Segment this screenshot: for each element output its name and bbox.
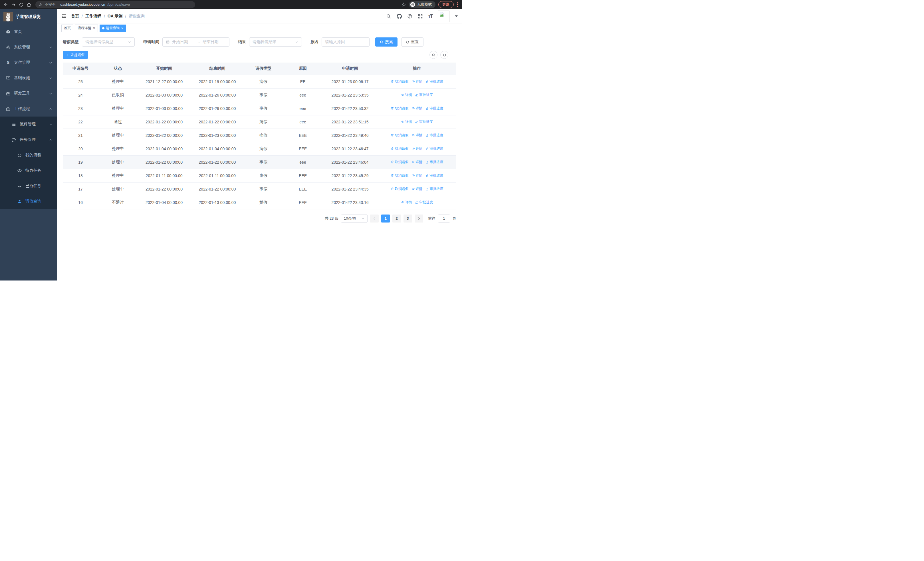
cancel-leave-link[interactable]: 取消请假 xyxy=(391,160,409,164)
detail-link[interactable]: 详情 xyxy=(401,119,412,124)
font-size-icon[interactable]: TT xyxy=(428,14,433,18)
back-icon[interactable] xyxy=(3,2,8,7)
detail-link[interactable]: 详情 xyxy=(411,133,423,138)
cell-leave-type: 病假 xyxy=(244,75,283,88)
forward-icon[interactable] xyxy=(11,2,16,7)
create-leave-button[interactable]: 发起请假 xyxy=(63,51,88,59)
sidebar-item-基础设施[interactable]: 基础设施 xyxy=(0,70,57,86)
cancel-leave-link[interactable]: 取消请假 xyxy=(391,146,409,151)
cell-leave-type: 事假 xyxy=(244,102,283,115)
page-size-select[interactable]: 10条/页 xyxy=(341,215,368,223)
chevron-down-icon xyxy=(295,40,298,44)
breadcrumb: 首页/工作流程/OA 示例/请假查询 xyxy=(71,14,145,19)
cancel-leave-link[interactable]: 取消请假 xyxy=(391,173,409,178)
approval-progress-link[interactable]: 审批进度 xyxy=(426,186,444,191)
bookmark-star-icon[interactable] xyxy=(402,2,406,7)
search-icon[interactable] xyxy=(386,14,391,19)
cell-status: 已取消 xyxy=(98,88,138,102)
sidebar-item-已办任务[interactable]: 已办任务 xyxy=(0,178,57,194)
reset-button[interactable]: 重置 xyxy=(401,38,423,47)
home-icon[interactable] xyxy=(27,2,32,7)
cell-reason: eee xyxy=(283,155,322,169)
close-icon[interactable]: × xyxy=(121,27,123,30)
sidebar-fold-icon[interactable] xyxy=(62,14,67,19)
sidebar-item-工作流程[interactable]: 工作流程 xyxy=(0,101,57,117)
approval-progress-link[interactable]: 审批进度 xyxy=(426,106,444,111)
sidebar-item-请假查询[interactable]: 请假查询 xyxy=(0,194,57,209)
goto-page-input[interactable]: 1 xyxy=(438,215,450,223)
sidebar-item-流程管理[interactable]: 流程管理 xyxy=(0,117,57,132)
apply-time-range-picker[interactable]: 开始日期 - 结束日期 xyxy=(162,38,230,47)
detail-link[interactable]: 详情 xyxy=(411,160,423,164)
action-label: 详情 xyxy=(416,186,423,191)
sidebar-item-待办任务[interactable]: 待办任务 xyxy=(0,163,57,178)
url-path[interactable]: /bpm/oa/leave xyxy=(108,3,130,7)
help-icon[interactable] xyxy=(407,14,412,19)
tab-流程详情[interactable]: 流程详情× xyxy=(75,24,98,32)
approval-progress-link[interactable]: 审批进度 xyxy=(426,79,444,84)
url-host[interactable]: dashboard.yudao.iocoder.cn xyxy=(60,3,105,7)
delete-icon xyxy=(391,187,394,191)
detail-link[interactable]: 详情 xyxy=(411,146,423,151)
action-label: 取消请假 xyxy=(395,160,409,164)
reason-input[interactable]: 请输入原因 xyxy=(322,38,369,47)
browser-menu-icon[interactable] xyxy=(457,2,459,8)
cancel-leave-link[interactable]: 取消请假 xyxy=(391,186,409,191)
detail-link[interactable]: 详情 xyxy=(411,173,423,178)
browser-update-button[interactable]: 更新 xyxy=(438,1,454,8)
detail-link[interactable]: 详情 xyxy=(411,79,423,84)
cell-apply-time: 2022-01-22 23:51:15 xyxy=(322,115,378,129)
refresh-table-button[interactable] xyxy=(440,51,448,59)
tab-首页[interactable]: 首页 xyxy=(62,24,74,32)
breadcrumb-link[interactable]: 首页 xyxy=(71,14,79,19)
cancel-leave-link[interactable]: 取消请假 xyxy=(391,106,409,111)
detail-link[interactable]: 详情 xyxy=(401,93,412,98)
tab-请假查询[interactable]: 请假查询× xyxy=(100,24,126,32)
approval-progress-link[interactable]: 审批进度 xyxy=(415,119,433,124)
logo-avatar xyxy=(3,12,13,21)
avatar-caret-icon[interactable] xyxy=(455,15,458,18)
sidebar-item-系统管理[interactable]: 系统管理 xyxy=(0,39,57,55)
detail-link[interactable]: 详情 xyxy=(411,106,423,111)
security-label[interactable]: 不安全 xyxy=(45,2,56,7)
approval-progress-link[interactable]: 审批进度 xyxy=(415,200,433,205)
address-bar[interactable]: 不安全 dashboard.yudao.iocoder.cn/bpm/oa/le… xyxy=(35,1,195,8)
breadcrumb-link[interactable]: 工作流程 xyxy=(86,14,101,19)
fullscreen-icon[interactable] xyxy=(418,14,423,19)
close-icon[interactable]: × xyxy=(93,27,95,30)
detail-link[interactable]: 详情 xyxy=(411,186,423,191)
detail-link[interactable]: 详情 xyxy=(401,200,412,205)
github-icon[interactable] xyxy=(397,14,402,19)
sidebar-item-任务管理[interactable]: 任务管理 xyxy=(0,132,57,147)
view-icon xyxy=(411,133,415,137)
page-button-2[interactable]: 2 xyxy=(392,215,401,223)
approval-progress-link[interactable]: 审批进度 xyxy=(426,146,444,151)
approval-progress-link[interactable]: 审批进度 xyxy=(426,173,444,178)
goto-suffix-label: 页 xyxy=(453,216,456,221)
sidebar-item-支付管理[interactable]: ¥支付管理 xyxy=(0,55,57,70)
cancel-leave-link[interactable]: 取消请假 xyxy=(391,133,409,138)
sidebar-item-研发工具[interactable]: 研发工具 xyxy=(0,86,57,101)
search-button[interactable]: 搜索 xyxy=(375,38,398,47)
cell-start-time: 2022-01-04 00:00:00 xyxy=(138,142,190,155)
page-button-1[interactable]: 1 xyxy=(381,215,390,223)
next-page-button[interactable] xyxy=(415,215,423,223)
leave-type-select[interactable]: 请选择请假类型 xyxy=(82,38,135,47)
prev-page-button[interactable] xyxy=(370,215,379,223)
edit-icon xyxy=(415,200,418,204)
breadcrumb-link[interactable]: OA 示例 xyxy=(108,14,122,19)
approval-progress-link[interactable]: 审批进度 xyxy=(426,160,444,164)
approval-progress-link[interactable]: 审批进度 xyxy=(426,133,444,138)
approval-progress-link[interactable]: 审批进度 xyxy=(415,93,433,98)
sidebar-item-label: 我的流程 xyxy=(26,152,52,158)
refresh-icon xyxy=(442,53,446,57)
result-select[interactable]: 请选择流结果 xyxy=(249,38,302,47)
sidebar-item-首页[interactable]: 首页 xyxy=(0,24,57,39)
toggle-search-button[interactable] xyxy=(429,51,438,59)
reload-icon[interactable] xyxy=(19,2,24,7)
cell-apply-time: 2022-01-22 23:43:16 xyxy=(322,196,378,209)
sidebar-item-我的流程[interactable]: 我的流程 xyxy=(0,147,57,163)
page-button-3[interactable]: 3 xyxy=(404,215,412,223)
cancel-leave-link[interactable]: 取消请假 xyxy=(391,79,409,84)
user-avatar[interactable] xyxy=(438,11,450,22)
